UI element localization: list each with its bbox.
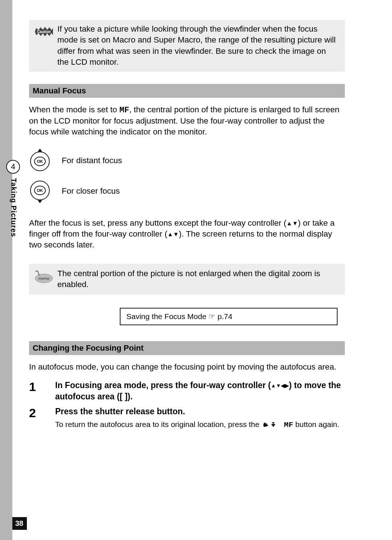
arrows-2: ▲▼ [167,231,179,237]
caution-callout: Caution If you take a picture while look… [29,20,345,72]
step1-a: In Focusing area mode, press the four-wa… [55,380,271,390]
mf-intro-pre: When the mode is set to [29,105,119,114]
chapter-label: Taking Pictures [9,178,18,237]
svg-marker-0 [38,149,42,152]
ok-down-label: For closer focus [62,186,120,196]
memo-text: The central portion of the picture is no… [54,268,338,290]
svg-marker-9 [271,424,275,427]
step-2-title: Press the shutter release button. [55,406,339,417]
chapter-tab: 4 Taking Pictures [12,160,20,174]
memo-callout: memo The central portion of the picture … [29,264,345,295]
ok-button-down-icon: OK [29,179,51,203]
svg-marker-7 [38,200,42,203]
section-heading-changing-focus: Changing the Focusing Point [29,341,345,355]
chapter-number-circle: 4 [6,160,20,174]
page-number: 38 [12,517,27,530]
step1-arrows: ▲▼◀▶ [271,383,289,388]
step-2: 2 Press the shutter release button. To r… [29,406,345,430]
svg-text:OK: OK [37,188,43,193]
memo-icon: memo [34,269,54,285]
step-1-number: 1 [29,380,55,394]
step-1: 1 In Focusing area mode, press the four-… [29,380,345,402]
caution-badge-text: Caution [37,30,50,34]
cross-reference-text: Saving the Focus Mode ☞ p.74 [126,312,232,321]
mf-mode-label: MF [119,105,129,115]
memo-badge-text: memo [38,276,50,281]
caution-icon: Caution [34,25,54,38]
ok-down-row: OK For closer focus [29,179,345,203]
section-heading-manual-focus: Manual Focus [29,84,345,98]
caution-text: If you take a picture while looking thro… [54,24,338,68]
svg-text:OK: OK [37,159,43,164]
ok-button-up-icon: OK [29,149,51,173]
step-2-number: 2 [29,406,55,420]
svg-marker-10 [272,422,275,424]
step-1-title: In Focusing area mode, press the four-wa… [55,380,345,402]
ok-up-row: OK For distant focus [29,149,345,173]
after-a: After the focus is set, press any button… [29,218,286,227]
arrows-1: ▲▼ [286,220,298,226]
step2-a: To return the autofocus area to its orig… [55,420,262,428]
macro-mf-icons [262,420,282,430]
manual-focus-intro: When the mode is set to MF, the central … [29,104,345,138]
step-2-detail: To return the autofocus area to its orig… [55,419,339,430]
cross-reference-box: Saving the Focus Mode ☞ p.74 [120,308,338,325]
change-focus-intro: In autofocus mode, you can change the fo… [29,362,345,372]
ok-up-label: For distant focus [62,156,122,165]
step2-b: button again. [293,420,339,428]
after-focus-text: After the focus is set, press any button… [29,218,345,251]
step2-mf: MF [284,421,293,429]
left-binding-strip [0,0,12,540]
